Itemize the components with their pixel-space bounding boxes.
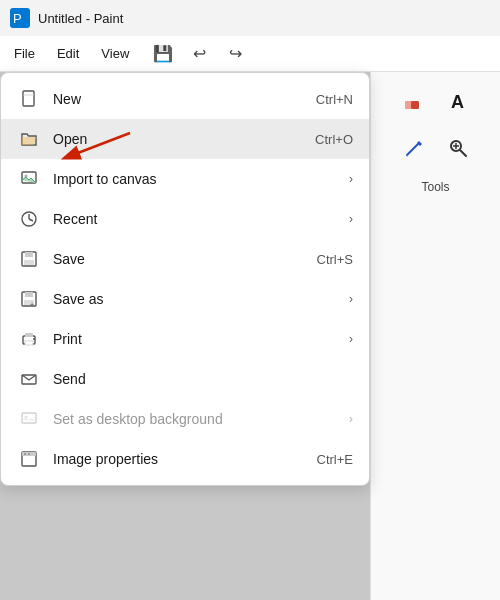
properties-label: Image properties <box>53 451 301 467</box>
send-icon <box>17 367 41 391</box>
svg-rect-27 <box>25 333 33 337</box>
menu-item-new[interactable]: New Ctrl+N <box>1 79 369 119</box>
save-icon <box>17 247 41 271</box>
open-label: Open <box>53 131 299 147</box>
tools-label: Tools <box>421 180 449 194</box>
send-label: Send <box>53 371 353 387</box>
svg-point-35 <box>24 453 26 455</box>
svg-rect-31 <box>22 413 36 423</box>
new-shortcut: Ctrl+N <box>316 92 353 107</box>
setbg-icon <box>17 407 41 431</box>
title-bar: P Untitled - Paint <box>0 0 500 36</box>
pencil-tool[interactable] <box>396 130 432 166</box>
title-bar-text: Untitled - Paint <box>38 11 123 26</box>
save-icon-button[interactable]: 💾 <box>149 40 177 68</box>
svg-rect-4 <box>405 101 411 109</box>
print-arrow: › <box>349 332 353 346</box>
menu-item-save[interactable]: Save Ctrl+S <box>1 239 369 279</box>
saveas-arrow: › <box>349 292 353 306</box>
svg-text:+: + <box>30 301 34 308</box>
recent-label: Recent <box>53 211 341 227</box>
text-tool[interactable]: A <box>440 84 476 120</box>
properties-shortcut: Ctrl+E <box>317 452 353 467</box>
import-icon <box>17 167 41 191</box>
redo-button[interactable]: ↪ <box>221 40 249 68</box>
menu-bar-icons: 💾 ↩ ↪ <box>149 40 249 68</box>
setbg-arrow: › <box>349 412 353 426</box>
new-label: New <box>53 91 300 107</box>
print-icon <box>17 327 41 351</box>
svg-rect-20 <box>25 252 33 257</box>
setbg-label: Set as desktop background <box>53 411 341 427</box>
svg-line-5 <box>407 143 419 155</box>
svg-rect-3 <box>411 101 419 109</box>
svg-text:P: P <box>13 11 22 26</box>
saveas-label: Save as <box>53 291 341 307</box>
svg-point-29 <box>33 338 35 340</box>
svg-rect-21 <box>24 260 34 265</box>
svg-rect-12 <box>23 91 34 106</box>
saveas-icon: + <box>17 287 41 311</box>
menu-item-properties[interactable]: Image properties Ctrl+E <box>1 439 369 479</box>
save-shortcut: Ctrl+S <box>317 252 353 267</box>
recent-icon <box>17 207 41 231</box>
svg-line-18 <box>29 219 33 221</box>
menu-view[interactable]: View <box>91 42 139 65</box>
menu-item-print[interactable]: Print › <box>1 319 369 359</box>
menu-item-setbg: Set as desktop background › <box>1 399 369 439</box>
save-label: Save <box>53 251 301 267</box>
eraser-tool[interactable] <box>396 84 432 120</box>
recent-arrow: › <box>349 212 353 226</box>
menu-item-import[interactable]: Import to canvas › <box>1 159 369 199</box>
svg-rect-28 <box>25 341 33 345</box>
undo-button[interactable]: ↩ <box>185 40 213 68</box>
svg-point-36 <box>28 453 30 455</box>
svg-line-9 <box>460 150 466 156</box>
print-label: Print <box>53 331 341 347</box>
new-icon <box>17 87 41 111</box>
svg-rect-23 <box>25 292 33 297</box>
zoom-tool[interactable] <box>440 130 476 166</box>
menu-bar: File Edit View 💾 ↩ ↪ <box>0 36 500 72</box>
menu-item-saveas[interactable]: + Save as › <box>1 279 369 319</box>
menu-item-open[interactable]: Open Ctrl+O <box>1 119 369 159</box>
import-arrow: › <box>349 172 353 186</box>
menu-edit[interactable]: Edit <box>47 42 89 65</box>
file-dropdown: New Ctrl+N Open Ctrl+O Import to canvas … <box>0 72 370 486</box>
right-panel: A Tools <box>370 72 500 600</box>
menu-item-recent[interactable]: Recent › <box>1 199 369 239</box>
open-shortcut: Ctrl+O <box>315 132 353 147</box>
menu-item-send[interactable]: Send <box>1 359 369 399</box>
properties-icon <box>17 447 41 471</box>
app-icon: P <box>10 8 30 28</box>
import-label: Import to canvas <box>53 171 341 187</box>
open-icon <box>17 127 41 151</box>
menu-file[interactable]: File <box>4 42 45 65</box>
